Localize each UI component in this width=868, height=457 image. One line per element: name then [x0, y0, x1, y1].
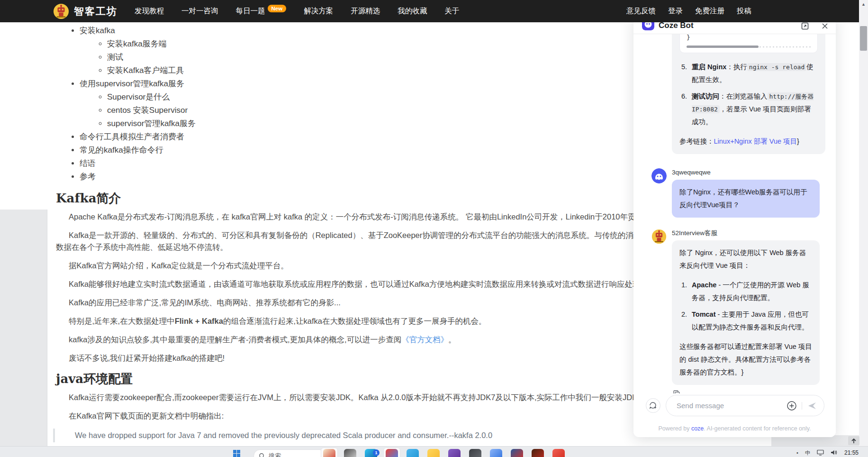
new-badge: New: [268, 5, 287, 12]
ime-language-icon[interactable]: 中: [805, 449, 810, 456]
scrollbar-thumb[interactable]: [687, 46, 759, 48]
brand-name: 智客工坊: [74, 5, 118, 18]
scrollbar-up-arrow-icon[interactable]: ▲: [861, 2, 866, 7]
taskbar-clock[interactable]: 21:55: [844, 449, 859, 456]
bot-intro: 除了 Nginx，还可以使用以下 Web 服务器来反向代理 Vue 项目：: [679, 247, 812, 272]
start-button[interactable]: [233, 450, 240, 457]
volume-icon[interactable]: [831, 449, 838, 456]
media-dots-app-icon[interactable]: [511, 449, 523, 457]
send-button-icon[interactable]: [807, 401, 817, 411]
user-message: 3qweqweqwe 除了Nginx，还有哪些Web服务器可以用于反向代理Vue…: [651, 168, 825, 218]
step-number: 5.: [681, 61, 692, 86]
folder-explorer-icon[interactable]: [427, 449, 440, 457]
powered-by-note: Powered by coze. AI-generated content fo…: [633, 425, 836, 432]
nav-item-solutions[interactable]: 解决方案: [304, 6, 333, 16]
nav-item-about[interactable]: 关于: [444, 6, 459, 16]
noodles-app-icon[interactable]: [323, 449, 335, 457]
notification-badge: 1: [373, 449, 380, 456]
top-navbar: 智客工坊 发现教程 一对一咨询 每日一题New 解决方案 开源精选 我的收藏 关…: [0, 0, 859, 22]
nav-item-opensource[interactable]: 开源精选: [351, 6, 380, 16]
step-item: 6. 测试访问：在浏览器输入http://服务器IP:8082，若显示 Vue …: [681, 90, 818, 128]
chat-footer: Powered by coze. AI-generated content fo…: [633, 393, 836, 437]
brand[interactable]: 智客工坊: [53, 3, 118, 19]
code-block: }: [679, 34, 818, 53]
video-dark-app-icon[interactable]: [532, 449, 544, 457]
scrollbar-thumb[interactable]: [860, 26, 867, 51]
bot-bubble: } 5. 重启 Nginx：执行nginx -s reload使配置生效。: [672, 34, 825, 154]
nav-right-menu: 意见反馈 登录 免费注册 投稿: [626, 6, 751, 16]
bot-avatar-robot-icon: [651, 229, 667, 244]
nav-item-login[interactable]: 登录: [668, 6, 683, 16]
numbered-steps: 5. 重启 Nginx：执行nginx -s reload使配置生效。 6. 测…: [679, 61, 818, 128]
server-name: Tomcat: [692, 311, 716, 318]
screenshot-app-icon[interactable]: [469, 449, 481, 457]
item-number: 2.: [681, 308, 692, 334]
step-title: 重启 Nginx: [692, 63, 726, 71]
chrome-browser-icon[interactable]: [386, 449, 398, 457]
divider: [802, 402, 802, 410]
telegram-app-icon[interactable]: [407, 449, 419, 457]
screen: 安装kafka 安装kafka服务端 测试 安装Kafka客户端工具 使用sup…: [0, 0, 868, 457]
brand-robot-logo-icon: [53, 3, 69, 19]
arrow-up-icon: [851, 438, 857, 444]
message-input-container: [666, 395, 824, 416]
diagram-app-icon[interactable]: [490, 449, 502, 457]
user-bubble: 除了Nginx，还有哪些Web服务器可以用于反向代理Vue项目？: [672, 180, 820, 218]
nav-item-register[interactable]: 免费注册: [695, 6, 724, 16]
step-item: 5. 重启 Nginx：执行nginx -s reload使配置生效。: [681, 61, 818, 86]
code-horizontal-scrollbar[interactable]: [687, 46, 811, 48]
taskbar-search-box[interactable]: 搜索: [253, 449, 326, 457]
user-name: 3qweqweqwe: [672, 168, 825, 177]
files-dark-app-icon[interactable]: [344, 449, 356, 457]
nav-menu: 发现教程 一对一咨询 每日一题New 解决方案 开源精选 我的收藏 关于: [135, 6, 459, 16]
chat-title: Coze Bot: [659, 21, 789, 30]
edge-browser-icon[interactable]: 1: [365, 449, 377, 457]
toc-link[interactable]: 安装kafka: [80, 26, 115, 35]
nav-item-favorites[interactable]: 我的收藏: [398, 6, 427, 16]
attach-plus-icon[interactable]: [787, 401, 797, 411]
code-text: }: [687, 34, 811, 42]
hidden-icons-dot[interactable]: •: [796, 449, 798, 456]
server-item: 1. Apache - 一个广泛使用的开源 Web 服务器，支持反向代理配置。: [681, 279, 812, 304]
nav-item-consult[interactable]: 一对一咨询: [181, 6, 218, 16]
text-link[interactable]: Linux+Nginx 部署 Vue 项目: [714, 137, 797, 145]
reference-line: 参考链接：Linux+Nginx 部署 Vue 项目}: [679, 135, 818, 148]
message-input[interactable]: [677, 402, 787, 410]
nav-item-label: 每日一题: [236, 7, 265, 15]
nav-item-feedback[interactable]: 意见反馈: [626, 6, 656, 16]
user-avatar: [651, 168, 667, 183]
nav-item-discover[interactable]: 发现教程: [135, 6, 164, 16]
windows-taskbar: 搜索 1 • 中 21:55: [0, 446, 868, 457]
page-background-left: [0, 210, 47, 446]
new-chat-bubble-icon: [649, 402, 657, 410]
bot-outro: 这些服务器都可以通过配置来部署 Vue 项目的 dist 静态文件。具体配置方法…: [679, 340, 812, 379]
bot-message: } 5. 重启 Nginx：执行nginx -s reload使配置生效。: [651, 34, 825, 154]
server-name: Apache: [692, 281, 716, 289]
step-title: 测试访问: [692, 92, 719, 100]
copy-icon[interactable]: [673, 390, 680, 393]
nav-item-daily-question[interactable]: 每日一题New: [236, 6, 287, 16]
display-icon[interactable]: [817, 449, 824, 456]
step-number: 6.: [681, 90, 692, 128]
search-placeholder: 搜索: [269, 452, 281, 457]
server-list: 1. Apache - 一个广泛使用的开源 Web 服务器，支持反向代理配置。 …: [679, 279, 812, 334]
bot-bubble: 除了 Nginx，还可以使用以下 Web 服务器来反向代理 Vue 项目： 1.…: [672, 240, 820, 385]
chat-messages: } 5. 重启 Nginx：执行nginx -s reload使配置生效。: [633, 34, 836, 393]
nav-item-submit-post[interactable]: 投稿: [737, 6, 751, 16]
red-browser-icon[interactable]: [552, 449, 565, 457]
browser-scrollbar[interactable]: ▲: [859, 0, 868, 446]
text-link[interactable]: 《官方文档》: [401, 335, 448, 344]
avatar-spacer: [651, 34, 667, 154]
bot-message: 52Interview客服 除了 Nginx，还可以使用以下 Web 服务器来反…: [651, 229, 825, 393]
expand-icon[interactable]: [801, 22, 809, 30]
text-link[interactable]: coze: [691, 425, 704, 432]
coze-chat-panel: Coze Bot }: [633, 14, 836, 437]
server-item: 2. Tomcat - 主要用于 Java 应用，但也可以配置为静态文件服务器和…: [681, 308, 812, 334]
system-tray: • 中 21:55: [796, 447, 859, 457]
new-chat-button[interactable]: [646, 398, 660, 413]
close-icon[interactable]: [821, 22, 829, 30]
back-to-top-button[interactable]: [848, 436, 859, 445]
toc-link[interactable]: 使用supervisor管理kafka服务: [80, 79, 184, 88]
item-number: 1.: [681, 279, 692, 304]
visual-studio-icon[interactable]: [448, 449, 461, 457]
